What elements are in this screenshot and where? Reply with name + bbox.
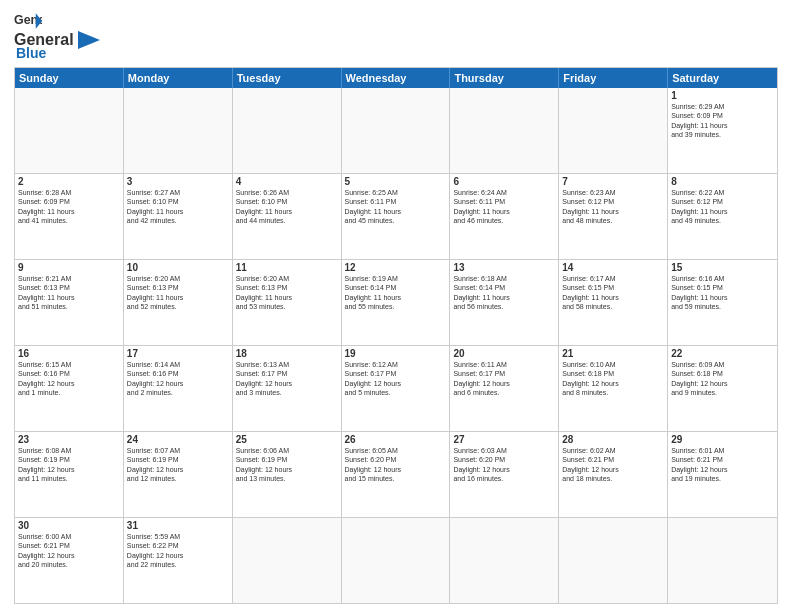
day-info: Sunrise: 6:13 AM Sunset: 6:17 PM Dayligh… xyxy=(236,360,338,398)
day-info: Sunrise: 6:26 AM Sunset: 6:10 PM Dayligh… xyxy=(236,188,338,226)
day-number: 28 xyxy=(562,434,664,445)
calendar-cell: 10Sunrise: 6:20 AM Sunset: 6:13 PM Dayli… xyxy=(124,260,233,345)
day-number: 25 xyxy=(236,434,338,445)
day-info: Sunrise: 6:17 AM Sunset: 6:15 PM Dayligh… xyxy=(562,274,664,312)
day-info: Sunrise: 6:18 AM Sunset: 6:14 PM Dayligh… xyxy=(453,274,555,312)
header-cell-tuesday: Tuesday xyxy=(233,68,342,88)
calendar-cell: 16Sunrise: 6:15 AM Sunset: 6:16 PM Dayli… xyxy=(15,346,124,431)
calendar-cell: 17Sunrise: 6:14 AM Sunset: 6:16 PM Dayli… xyxy=(124,346,233,431)
calendar-cell xyxy=(15,88,124,173)
day-info: Sunrise: 5:59 AM Sunset: 6:22 PM Dayligh… xyxy=(127,532,229,570)
calendar-cell: 18Sunrise: 6:13 AM Sunset: 6:17 PM Dayli… xyxy=(233,346,342,431)
day-number: 21 xyxy=(562,348,664,359)
calendar-cell xyxy=(342,518,451,603)
day-info: Sunrise: 6:29 AM Sunset: 6:09 PM Dayligh… xyxy=(671,102,774,140)
calendar-cell xyxy=(233,518,342,603)
day-info: Sunrise: 6:19 AM Sunset: 6:14 PM Dayligh… xyxy=(345,274,447,312)
calendar-cell: 4Sunrise: 6:26 AM Sunset: 6:10 PM Daylig… xyxy=(233,174,342,259)
calendar-body: 1Sunrise: 6:29 AM Sunset: 6:09 PM Daylig… xyxy=(15,88,777,603)
calendar-cell: 25Sunrise: 6:06 AM Sunset: 6:19 PM Dayli… xyxy=(233,432,342,517)
calendar-cell: 2Sunrise: 6:28 AM Sunset: 6:09 PM Daylig… xyxy=(15,174,124,259)
day-info: Sunrise: 6:03 AM Sunset: 6:20 PM Dayligh… xyxy=(453,446,555,484)
calendar-row-3: 16Sunrise: 6:15 AM Sunset: 6:16 PM Dayli… xyxy=(15,345,777,431)
calendar-cell: 29Sunrise: 6:01 AM Sunset: 6:21 PM Dayli… xyxy=(668,432,777,517)
day-info: Sunrise: 6:06 AM Sunset: 6:19 PM Dayligh… xyxy=(236,446,338,484)
calendar-cell: 1Sunrise: 6:29 AM Sunset: 6:09 PM Daylig… xyxy=(668,88,777,173)
calendar-cell xyxy=(559,88,668,173)
header-cell-monday: Monday xyxy=(124,68,233,88)
calendar-cell: 30Sunrise: 6:00 AM Sunset: 6:21 PM Dayli… xyxy=(15,518,124,603)
calendar-cell xyxy=(124,88,233,173)
day-info: Sunrise: 6:21 AM Sunset: 6:13 PM Dayligh… xyxy=(18,274,120,312)
day-info: Sunrise: 6:12 AM Sunset: 6:17 PM Dayligh… xyxy=(345,360,447,398)
day-info: Sunrise: 6:24 AM Sunset: 6:11 PM Dayligh… xyxy=(453,188,555,226)
header-cell-thursday: Thursday xyxy=(450,68,559,88)
day-number: 18 xyxy=(236,348,338,359)
calendar-cell: 19Sunrise: 6:12 AM Sunset: 6:17 PM Dayli… xyxy=(342,346,451,431)
logo: General xyxy=(14,10,42,32)
logo-icon: General xyxy=(14,10,42,32)
day-number: 29 xyxy=(671,434,774,445)
day-info: Sunrise: 6:20 AM Sunset: 6:13 PM Dayligh… xyxy=(127,274,229,312)
header-cell-friday: Friday xyxy=(559,68,668,88)
calendar-cell: 22Sunrise: 6:09 AM Sunset: 6:18 PM Dayli… xyxy=(668,346,777,431)
day-info: Sunrise: 6:07 AM Sunset: 6:19 PM Dayligh… xyxy=(127,446,229,484)
day-number: 5 xyxy=(345,176,447,187)
header-cell-saturday: Saturday xyxy=(668,68,777,88)
day-info: Sunrise: 6:09 AM Sunset: 6:18 PM Dayligh… xyxy=(671,360,774,398)
svg-marker-2 xyxy=(78,31,100,49)
calendar-cell: 8Sunrise: 6:22 AM Sunset: 6:12 PM Daylig… xyxy=(668,174,777,259)
day-number: 19 xyxy=(345,348,447,359)
day-number: 16 xyxy=(18,348,120,359)
day-number: 10 xyxy=(127,262,229,273)
day-info: Sunrise: 6:28 AM Sunset: 6:09 PM Dayligh… xyxy=(18,188,120,226)
day-number: 3 xyxy=(127,176,229,187)
logo-area: General General Blue xyxy=(14,10,100,61)
day-number: 24 xyxy=(127,434,229,445)
header-cell-sunday: Sunday xyxy=(15,68,124,88)
day-info: Sunrise: 6:05 AM Sunset: 6:20 PM Dayligh… xyxy=(345,446,447,484)
calendar-cell: 15Sunrise: 6:16 AM Sunset: 6:15 PM Dayli… xyxy=(668,260,777,345)
day-number: 8 xyxy=(671,176,774,187)
logo-blue-text: Blue xyxy=(16,45,46,61)
calendar-cell: 24Sunrise: 6:07 AM Sunset: 6:19 PM Dayli… xyxy=(124,432,233,517)
calendar-row-1: 2Sunrise: 6:28 AM Sunset: 6:09 PM Daylig… xyxy=(15,173,777,259)
calendar-cell: 28Sunrise: 6:02 AM Sunset: 6:21 PM Dayli… xyxy=(559,432,668,517)
calendar-cell: 3Sunrise: 6:27 AM Sunset: 6:10 PM Daylig… xyxy=(124,174,233,259)
calendar-row-4: 23Sunrise: 6:08 AM Sunset: 6:19 PM Dayli… xyxy=(15,431,777,517)
day-number: 13 xyxy=(453,262,555,273)
day-info: Sunrise: 6:25 AM Sunset: 6:11 PM Dayligh… xyxy=(345,188,447,226)
day-info: Sunrise: 6:20 AM Sunset: 6:13 PM Dayligh… xyxy=(236,274,338,312)
calendar-cell: 6Sunrise: 6:24 AM Sunset: 6:11 PM Daylig… xyxy=(450,174,559,259)
calendar-cell: 31Sunrise: 5:59 AM Sunset: 6:22 PM Dayli… xyxy=(124,518,233,603)
day-info: Sunrise: 6:23 AM Sunset: 6:12 PM Dayligh… xyxy=(562,188,664,226)
day-info: Sunrise: 6:11 AM Sunset: 6:17 PM Dayligh… xyxy=(453,360,555,398)
day-info: Sunrise: 6:15 AM Sunset: 6:16 PM Dayligh… xyxy=(18,360,120,398)
day-info: Sunrise: 6:14 AM Sunset: 6:16 PM Dayligh… xyxy=(127,360,229,398)
day-number: 2 xyxy=(18,176,120,187)
calendar-row-5: 30Sunrise: 6:00 AM Sunset: 6:21 PM Dayli… xyxy=(15,517,777,603)
calendar-cell xyxy=(450,88,559,173)
calendar-cell xyxy=(233,88,342,173)
day-info: Sunrise: 6:10 AM Sunset: 6:18 PM Dayligh… xyxy=(562,360,664,398)
day-number: 15 xyxy=(671,262,774,273)
day-info: Sunrise: 6:02 AM Sunset: 6:21 PM Dayligh… xyxy=(562,446,664,484)
calendar-cell: 7Sunrise: 6:23 AM Sunset: 6:12 PM Daylig… xyxy=(559,174,668,259)
calendar-cell: 27Sunrise: 6:03 AM Sunset: 6:20 PM Dayli… xyxy=(450,432,559,517)
day-number: 17 xyxy=(127,348,229,359)
calendar-cell: 11Sunrise: 6:20 AM Sunset: 6:13 PM Dayli… xyxy=(233,260,342,345)
calendar-cell: 21Sunrise: 6:10 AM Sunset: 6:18 PM Dayli… xyxy=(559,346,668,431)
day-number: 9 xyxy=(18,262,120,273)
calendar-cell: 12Sunrise: 6:19 AM Sunset: 6:14 PM Dayli… xyxy=(342,260,451,345)
calendar-cell: 20Sunrise: 6:11 AM Sunset: 6:17 PM Dayli… xyxy=(450,346,559,431)
calendar-cell: 23Sunrise: 6:08 AM Sunset: 6:19 PM Dayli… xyxy=(15,432,124,517)
calendar-cell xyxy=(450,518,559,603)
logo-triangle-icon xyxy=(78,31,100,49)
header-cell-wednesday: Wednesday xyxy=(342,68,451,88)
day-info: Sunrise: 6:22 AM Sunset: 6:12 PM Dayligh… xyxy=(671,188,774,226)
day-number: 20 xyxy=(453,348,555,359)
day-number: 27 xyxy=(453,434,555,445)
day-number: 11 xyxy=(236,262,338,273)
day-info: Sunrise: 6:01 AM Sunset: 6:21 PM Dayligh… xyxy=(671,446,774,484)
calendar-row-2: 9Sunrise: 6:21 AM Sunset: 6:13 PM Daylig… xyxy=(15,259,777,345)
